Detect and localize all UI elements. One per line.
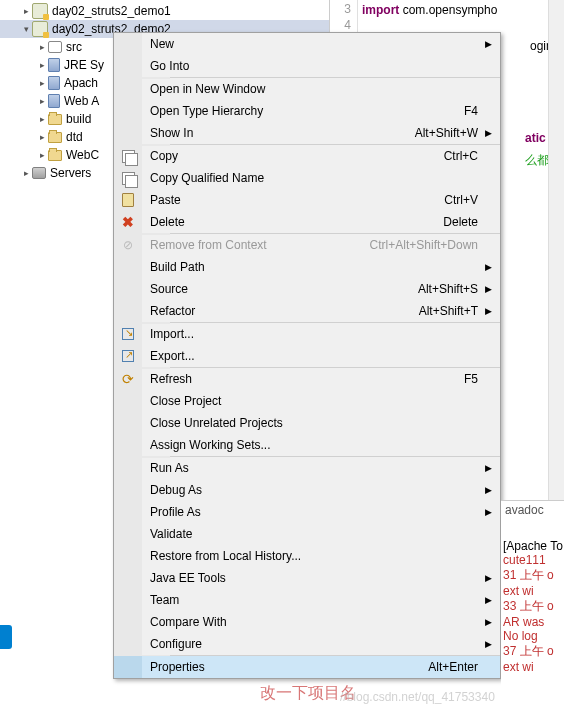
menu-item-go-into[interactable]: Go Into xyxy=(114,55,500,77)
menu-item-label: Paste xyxy=(142,193,444,207)
tree-item-label: dtd xyxy=(66,130,83,144)
menu-item-copy[interactable]: CopyCtrl+C xyxy=(114,145,500,167)
menu-item-import[interactable]: Import... xyxy=(114,323,500,345)
tree-item-label: src xyxy=(66,40,82,54)
menu-item-label: Go Into xyxy=(142,59,500,73)
menu-shortcut: Ctrl+Alt+Shift+Down xyxy=(370,238,500,252)
editor-scrollbar[interactable] xyxy=(548,0,564,500)
menu-item-delete[interactable]: ✖DeleteDelete xyxy=(114,211,500,233)
menu-item-label: Copy xyxy=(142,149,444,163)
menu-item-open-in-new-window[interactable]: Open in New Window xyxy=(114,78,500,100)
console-line: [Apache To xyxy=(501,539,563,553)
collapsed-icon[interactable]: ▸ xyxy=(20,167,32,179)
menu-item-new[interactable]: New▶ xyxy=(114,33,500,55)
remove-icon: ⊘ xyxy=(123,238,133,252)
collapsed-icon[interactable]: ▸ xyxy=(36,149,48,161)
menu-item-label: Export... xyxy=(142,349,500,363)
menu-item-label: New xyxy=(142,37,500,51)
menu-item-debug-as[interactable]: Debug As▶ xyxy=(114,479,500,501)
console-line: cute111 xyxy=(501,553,563,567)
menu-item-configure[interactable]: Configure▶ xyxy=(114,633,500,655)
tree-item-label: build xyxy=(66,112,91,126)
menu-item-build-path[interactable]: Build Path▶ xyxy=(114,256,500,278)
folder-icon xyxy=(48,114,62,125)
menu-item-label: Assign Working Sets... xyxy=(142,438,500,452)
line-number: 4 xyxy=(344,18,351,32)
menu-item-restore-from-local-history[interactable]: Restore from Local History... xyxy=(114,545,500,567)
menu-item-label: Compare With xyxy=(142,615,500,629)
folder-icon xyxy=(48,150,62,161)
line-number: 3 xyxy=(344,2,351,16)
collapsed-icon[interactable]: ▸ xyxy=(36,95,48,107)
collapsed-icon[interactable]: ▸ xyxy=(36,77,48,89)
console-line: 37 上午 o xyxy=(501,643,563,660)
submenu-arrow-icon: ▶ xyxy=(485,306,492,316)
menu-shortcut: Delete xyxy=(443,215,500,229)
menu-item-source[interactable]: SourceAlt+Shift+S▶ xyxy=(114,278,500,300)
menu-item-refactor[interactable]: RefactorAlt+Shift+T▶ xyxy=(114,300,500,322)
menu-item-close-unrelated-projects[interactable]: Close Unrelated Projects xyxy=(114,412,500,434)
menu-shortcut: Alt+Enter xyxy=(428,660,500,674)
submenu-arrow-icon: ▶ xyxy=(485,639,492,649)
menu-item-label: Source xyxy=(142,282,418,296)
menu-item-assign-working-sets[interactable]: Assign Working Sets... xyxy=(114,434,500,456)
console-tab[interactable]: avadoc xyxy=(501,501,548,519)
console-line: ext wi xyxy=(501,660,563,674)
lib-icon xyxy=(48,76,60,90)
menu-item-copy-qualified-name[interactable]: Copy Qualified Name xyxy=(114,167,500,189)
tree-item-label: Apach xyxy=(64,76,98,90)
code-line: import com.opensympho xyxy=(362,2,497,17)
menu-item-label: Team xyxy=(142,593,500,607)
menu-item-label: Close Unrelated Projects xyxy=(142,416,500,430)
menu-item-remove-from-context: ⊘Remove from ContextCtrl+Alt+Shift+Down xyxy=(114,234,500,256)
menu-item-java-ee-tools[interactable]: Java EE Tools▶ xyxy=(114,567,500,589)
collapsed-icon[interactable]: ▸ xyxy=(36,59,48,71)
menu-item-properties[interactable]: PropertiesAlt+Enter xyxy=(114,656,500,678)
export-icon xyxy=(122,350,134,362)
menu-item-label: Refactor xyxy=(142,304,419,318)
menu-item-compare-with[interactable]: Compare With▶ xyxy=(114,611,500,633)
submenu-arrow-icon: ▶ xyxy=(485,595,492,605)
menu-item-label: Restore from Local History... xyxy=(142,549,500,563)
menu-item-paste[interactable]: PasteCtrl+V xyxy=(114,189,500,211)
console-line: No log xyxy=(501,629,563,643)
menu-item-refresh[interactable]: ⟳RefreshF5 xyxy=(114,368,500,390)
menu-item-profile-as[interactable]: Profile As▶ xyxy=(114,501,500,523)
menu-item-close-project[interactable]: Close Project xyxy=(114,390,500,412)
menu-item-label: Show In xyxy=(142,126,415,140)
menu-item-validate[interactable]: Validate xyxy=(114,523,500,545)
lib-icon xyxy=(48,94,60,108)
menu-item-open-type-hierarchy[interactable]: Open Type HierarchyF4 xyxy=(114,100,500,122)
console-panel[interactable]: avadoc [Apache Tocute11131 上午 oext wi33 … xyxy=(501,500,564,724)
menu-shortcut: F4 xyxy=(464,104,500,118)
menu-item-label: Remove from Context xyxy=(142,238,370,252)
collapsed-icon[interactable]: ▸ xyxy=(20,5,32,17)
menu-item-run-as[interactable]: Run As▶ xyxy=(114,457,500,479)
delete-icon: ✖ xyxy=(122,214,134,230)
menu-item-label: Open Type Hierarchy xyxy=(142,104,464,118)
submenu-arrow-icon: ▶ xyxy=(485,617,492,627)
collapsed-icon[interactable]: ▸ xyxy=(36,113,48,125)
menu-item-show-in[interactable]: Show InAlt+Shift+W▶ xyxy=(114,122,500,144)
menu-item-team[interactable]: Team▶ xyxy=(114,589,500,611)
menu-item-label: Open in New Window xyxy=(142,82,500,96)
menu-shortcut: Ctrl+C xyxy=(444,149,500,163)
menu-item-label: Refresh xyxy=(142,372,464,386)
submenu-arrow-icon: ▶ xyxy=(485,39,492,49)
collapsed-icon[interactable]: ▸ xyxy=(36,41,48,53)
menu-item-label: Delete xyxy=(142,215,443,229)
copy-icon xyxy=(122,172,135,185)
expanded-icon[interactable]: ▾ xyxy=(20,23,32,35)
collapsed-icon[interactable]: ▸ xyxy=(36,131,48,143)
menu-item-label: Properties xyxy=(142,660,428,674)
console-line: AR was xyxy=(501,615,563,629)
pkg-icon xyxy=(48,41,62,53)
lib-icon xyxy=(48,58,60,72)
submenu-arrow-icon: ▶ xyxy=(485,573,492,583)
menu-item-label: Java EE Tools xyxy=(142,571,500,585)
submenu-arrow-icon: ▶ xyxy=(485,128,492,138)
tree-item-day02-struts2-demo1[interactable]: ▸day02_struts2_demo1 xyxy=(0,2,330,20)
menu-item-export[interactable]: Export... xyxy=(114,345,500,367)
tree-item-label: WebC xyxy=(66,148,99,162)
tree-item-label: Web A xyxy=(64,94,99,108)
